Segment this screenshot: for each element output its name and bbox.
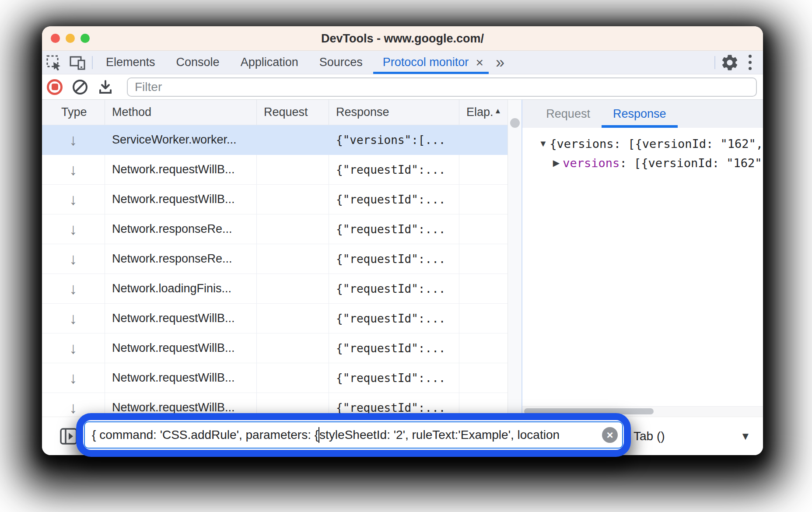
table-cell (459, 244, 508, 274)
tabbar-divider (92, 56, 93, 69)
screenshot-canvas: DevTools - www.google.com/ ElementsConso… (0, 0, 812, 512)
tab-request[interactable]: Request (535, 100, 602, 128)
table-cell: ↓ (42, 363, 105, 393)
table-cell: ↓ (42, 185, 105, 214)
received-arrow-icon: ↓ (70, 400, 77, 416)
table-row[interactable]: ↓Network.responseRe...{"requestId":... (42, 214, 508, 244)
window-title: DevTools - www.google.com/ (42, 26, 763, 51)
record-icon (47, 79, 63, 95)
table-cell: {"requestId":... (329, 274, 459, 303)
inspect-icon (46, 55, 62, 70)
table-cell (257, 274, 329, 303)
tab-response[interactable]: Response (602, 100, 678, 128)
record-toggle-button[interactable] (42, 74, 67, 100)
table-cell: {"requestId":... (329, 185, 459, 214)
show-editor-button[interactable] (60, 428, 78, 445)
clear-log-button[interactable] (67, 74, 93, 100)
clear-icon (72, 79, 88, 95)
expand-triangle-icon[interactable]: ▶ (550, 158, 563, 168)
table-cell (257, 363, 329, 393)
json-value: {versions: [{versionId: "162", (550, 137, 763, 151)
received-arrow-icon: ↓ (70, 192, 77, 207)
filter-input[interactable] (127, 77, 757, 97)
target-selector[interactable]: Tab () (634, 417, 665, 455)
table-cell: ↓ (42, 214, 105, 244)
table-cell (459, 125, 508, 154)
devtools-window: DevTools - www.google.com/ ElementsConso… (42, 26, 763, 455)
sort-asc-icon: ▲ (494, 107, 502, 116)
device-toolbar-button[interactable] (66, 51, 89, 74)
titlebar: DevTools - www.google.com/ (42, 26, 763, 51)
more-menu-button[interactable] (742, 55, 763, 70)
table-cell (257, 333, 329, 363)
tab-protocol-monitor-label: Protocol monitor (383, 56, 469, 69)
main-content: TypeMethodRequestResponseElap.▲ ↓Service… (42, 100, 763, 417)
received-arrow-icon: ↓ (70, 340, 77, 356)
clear-input-icon: × (606, 429, 613, 441)
table-row[interactable]: ↓Network.responseRe...{"requestId":... (42, 244, 508, 274)
settings-button[interactable] (718, 51, 742, 74)
tree-line: ▼{versions: [{versionId: "162", (522, 134, 763, 153)
save-button[interactable] (93, 74, 118, 100)
tab-elements[interactable]: Elements (95, 51, 166, 74)
vertical-scrollbar-thumb[interactable] (510, 118, 520, 128)
tab-protocol-monitor[interactable]: Protocol monitor × (373, 51, 489, 74)
table-cell: Network.loadingFinis... (105, 274, 257, 303)
inspect-element-button[interactable] (42, 51, 66, 74)
table-cell: {"requestId":... (329, 333, 459, 363)
collapse-triangle-icon[interactable]: ▼ (536, 139, 550, 149)
tab-application[interactable]: Application (230, 51, 309, 74)
tab-list: ElementsConsoleApplicationSources (95, 51, 373, 74)
table-cell: {"requestId":... (329, 244, 459, 274)
command-input-callout: { command: 'CSS.addRule', parameters: { … (76, 413, 631, 457)
command-text-before-caret: { command: 'CSS.addRule', parameters: { (92, 428, 318, 442)
detail-panel: Request Response ▼{versions: [{versionId… (522, 100, 763, 417)
tab-console[interactable]: Console (166, 51, 230, 74)
tabbar-right (712, 51, 763, 74)
table-row[interactable]: ↓Network.requestWillB...{"requestId":... (42, 333, 508, 363)
table-row[interactable]: ↓ServiceWorker.worker...{"versions":[... (42, 125, 508, 155)
table-row[interactable]: ↓Network.requestWillB...{"requestId":... (42, 185, 508, 214)
table-cell (257, 244, 329, 274)
received-arrow-icon: ↓ (70, 221, 77, 237)
received-arrow-icon: ↓ (70, 311, 77, 326)
table-row[interactable]: ↓Network.requestWillB...{"requestId":... (42, 304, 508, 333)
table-cell (257, 125, 329, 154)
command-text-after-caret: styleSheetId: '2', ruleText:'Example', l… (319, 428, 560, 442)
tab-sources[interactable]: Sources (309, 51, 373, 74)
vertical-scrollbar[interactable] (508, 100, 522, 417)
more-tabs-button[interactable]: » (489, 55, 511, 70)
table-cell: ↓ (42, 125, 105, 154)
column-header-request[interactable]: Request (257, 100, 329, 125)
column-header-elap[interactable]: Elap.▲ (459, 100, 508, 125)
command-input[interactable]: { command: 'CSS.addRule', parameters: { … (84, 421, 623, 449)
table-row[interactable]: ↓Network.loadingFinis...{"requestId":... (42, 274, 508, 304)
received-arrow-icon: ↓ (70, 251, 77, 267)
table-cell (459, 185, 508, 214)
table-cell: ↓ (42, 274, 105, 303)
more-menu-icon (749, 55, 752, 58)
table-row[interactable]: ↓Network.requestWillB...{"requestId":... (42, 155, 508, 185)
column-header-response[interactable]: Response (329, 100, 459, 125)
table-row[interactable]: ↓Network.requestWillB...{"requestId":... (42, 363, 508, 393)
received-arrow-icon: ↓ (70, 162, 77, 178)
dropdown-arrow-icon[interactable]: ▼ (740, 417, 751, 455)
table-header: TypeMethodRequestResponseElap.▲ (42, 100, 508, 125)
show-editor-icon (60, 428, 78, 445)
column-header-type[interactable]: Type (42, 100, 105, 125)
table-cell (459, 304, 508, 333)
table-cell: Network.requestWillB... (105, 155, 257, 184)
column-header-method[interactable]: Method (105, 100, 257, 125)
json-value: : [{versionId: "162" (620, 156, 762, 170)
table-cell: {"requestId":... (329, 304, 459, 333)
table-cell: {"versions":[... (329, 125, 459, 154)
table-cell: Network.responseRe... (105, 214, 257, 244)
close-tab-icon[interactable]: × (476, 56, 483, 69)
table-cell (459, 274, 508, 303)
table-cell: Network.requestWillB... (105, 304, 257, 333)
table-cell (459, 363, 508, 393)
received-arrow-icon: ↓ (70, 281, 77, 297)
table-cell (257, 304, 329, 333)
table-cell (459, 333, 508, 363)
clear-input-button[interactable]: × (602, 427, 618, 443)
